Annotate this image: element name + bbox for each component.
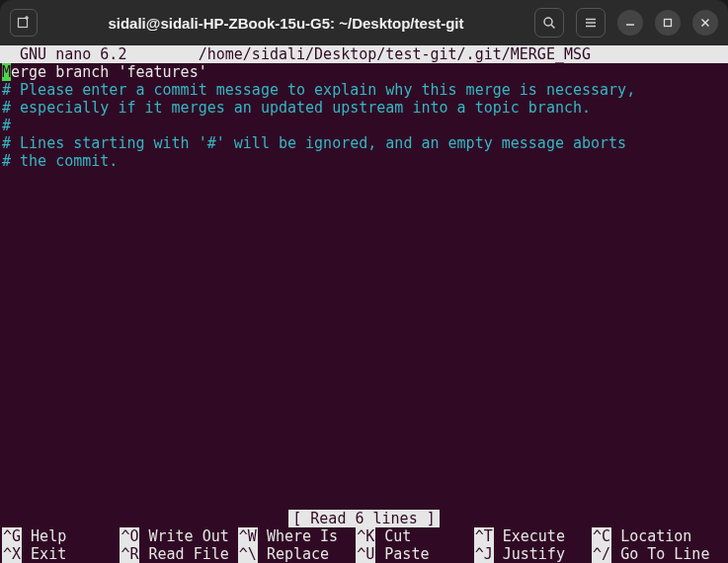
shortcut-row-1: ^G Help ^O Write Out ^W Where Is ^K Cut … (0, 527, 728, 545)
maximize-button[interactable] (655, 10, 681, 36)
comment-line: # Lines starting with '#' will be ignore… (2, 134, 626, 152)
shortcut-key: ^U (356, 545, 375, 563)
svg-line-4 (551, 25, 555, 29)
comment-line: # Please enter a commit message to expla… (2, 81, 635, 99)
nano-status: [ Read 6 lines ] (0, 510, 728, 527)
svg-rect-9 (665, 20, 672, 27)
shortcut-label: Go To Line (620, 545, 709, 563)
minimize-button[interactable] (617, 10, 643, 36)
nano-file-path: /home/sidali/Desktop/test-git/.git/MERGE… (199, 45, 591, 63)
shortcut-label: Help (31, 527, 120, 545)
maximize-icon (663, 18, 673, 28)
shortcut-key: ^G (2, 527, 22, 545)
new-tab-icon (17, 16, 31, 30)
nano-header: GNU nano 6.2 /home/sidali/Desktop/test-g… (0, 45, 728, 63)
close-button[interactable] (692, 10, 718, 36)
shortcut-label: Cut (384, 527, 473, 545)
shortcut-key: ^K (356, 527, 375, 545)
cursor: M (2, 63, 11, 81)
svg-rect-0 (19, 19, 28, 28)
comment-line: # (2, 117, 11, 134)
shortcut-label: Paste (384, 545, 473, 563)
shortcut-label: Where Is (267, 527, 356, 545)
nano-app-name: GNU nano 6.2 (2, 45, 126, 63)
shortcut-key: ^J (474, 545, 494, 563)
shortcut-label: Read File (149, 545, 238, 563)
terminal-area[interactable]: GNU nano 6.2 /home/sidali/Desktop/test-g… (0, 45, 728, 563)
hamburger-icon (584, 16, 598, 30)
shortcut-label: Execute (503, 527, 592, 545)
window-titlebar: sidali@sidali-HP-ZBook-15u-G5: ~/Desktop… (0, 0, 728, 45)
search-icon (542, 16, 556, 30)
shortcut-row-2: ^X Exit ^R Read File ^\ Replace ^U Paste… (0, 545, 728, 563)
shortcut-key: ^\ (238, 545, 258, 563)
shortcut-key: ^X (2, 545, 22, 563)
shortcut-key: ^O (120, 527, 139, 545)
shortcut-key: ^C (592, 527, 611, 545)
close-icon (700, 18, 710, 28)
comment-line: # the commit. (2, 152, 118, 170)
shortcut-key: ^R (120, 545, 139, 563)
shortcut-label: Location (620, 527, 691, 545)
menu-button[interactable] (576, 8, 606, 38)
new-tab-button[interactable] (10, 9, 38, 37)
shortcut-label: Justify (503, 545, 592, 563)
shortcut-label: Replace (267, 545, 356, 563)
search-button[interactable] (534, 8, 564, 38)
shortcut-label: Write Out (149, 527, 238, 545)
svg-point-3 (544, 18, 552, 26)
window-title: sidali@sidali-HP-ZBook-15u-G5: ~/Desktop… (38, 15, 534, 32)
minimize-icon (625, 18, 635, 28)
shortcut-key: ^W (238, 527, 258, 545)
shortcut-key: ^T (474, 527, 494, 545)
editor-body[interactable]: Merge branch 'features' # Please enter a… (0, 63, 728, 510)
merge-line: erge branch 'features' (11, 63, 207, 81)
shortcut-key: ^/ (592, 545, 611, 563)
comment-line: # especially if it merges an updated ups… (2, 99, 591, 117)
shortcut-label: Exit (31, 545, 120, 563)
